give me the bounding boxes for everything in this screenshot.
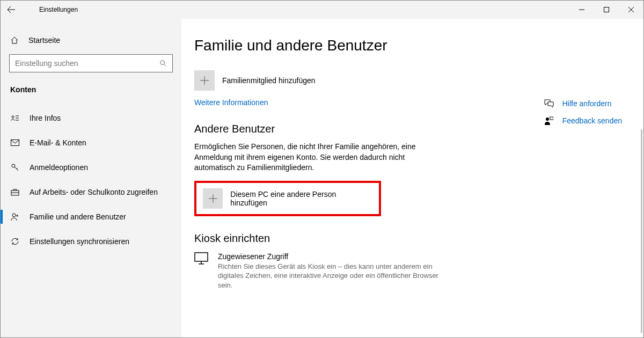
maximize-icon bbox=[604, 7, 609, 12]
sidebar: Startseite Konten Ihre Infos bbox=[1, 19, 181, 337]
close-button[interactable] bbox=[619, 1, 643, 19]
titlebar: Einstellungen bbox=[1, 1, 643, 19]
help-chat-icon bbox=[544, 99, 554, 108]
window-title: Einstellungen bbox=[39, 6, 78, 13]
svg-rect-0 bbox=[604, 8, 609, 12]
feedback-person-icon bbox=[544, 116, 554, 125]
back-button[interactable] bbox=[1, 1, 22, 19]
main-panel: Familie und andere Benutzer Familienmitg… bbox=[181, 19, 643, 337]
sidebar-item-work-school[interactable]: Auf Arbeits- oder Schulkonto zugreifen bbox=[1, 180, 181, 204]
home-icon bbox=[10, 36, 19, 45]
kiosk-heading: Kiosk einrichten bbox=[194, 232, 643, 245]
home-label: Startseite bbox=[28, 36, 60, 45]
briefcase-icon bbox=[10, 188, 20, 196]
minimize-button[interactable] bbox=[569, 1, 594, 19]
plus-icon bbox=[208, 194, 218, 203]
svg-point-8 bbox=[546, 117, 549, 121]
assigned-access-button[interactable]: Zugewiesener Zugriff Richten Sie dieses … bbox=[194, 252, 447, 290]
mail-icon bbox=[10, 139, 20, 146]
sidebar-item-label: Auf Arbeits- oder Schulkonto zugreifen bbox=[30, 188, 158, 196]
search-icon bbox=[159, 60, 167, 67]
plus-tile bbox=[194, 70, 215, 91]
add-family-label: Familienmitglied hinzufügen bbox=[222, 76, 316, 85]
plus-icon bbox=[200, 76, 209, 85]
add-family-member-button[interactable]: Familienmitglied hinzufügen bbox=[194, 70, 643, 91]
sidebar-item-your-info[interactable]: Ihre Infos bbox=[1, 106, 181, 130]
add-other-label: Diesem PC eine andere Person hinzufügen bbox=[230, 190, 372, 207]
kiosk-description: Richten Sie dieses Gerät als Kiosk ein –… bbox=[218, 262, 447, 290]
sidebar-item-label: Ihre Infos bbox=[30, 114, 61, 122]
help-link-label: Hilfe anfordern bbox=[562, 99, 612, 108]
svg-rect-9 bbox=[550, 117, 553, 120]
highlight-annotation: Diesem PC eine andere Person hinzufügen bbox=[194, 181, 381, 216]
svg-rect-7 bbox=[195, 253, 208, 261]
sidebar-item-label: Anmeldeoptionen bbox=[30, 163, 88, 172]
settings-window: Einstellungen Startseite bbox=[0, 0, 644, 338]
search-box[interactable] bbox=[9, 54, 173, 72]
feedback-link-label: Feedback senden bbox=[562, 116, 622, 125]
kiosk-title: Zugewiesener Zugriff bbox=[218, 252, 447, 261]
plus-tile bbox=[203, 188, 223, 209]
svg-point-1 bbox=[160, 61, 165, 65]
key-icon bbox=[10, 163, 20, 172]
sidebar-item-label: Einstellungen synchronisieren bbox=[30, 237, 129, 246]
sidebar-item-label: Familie und andere Benutzer bbox=[30, 212, 126, 221]
monitor-icon bbox=[194, 252, 208, 290]
right-links-panel: Hilfe anfordern Feedback senden bbox=[544, 99, 622, 125]
sidebar-section-label: Konten bbox=[1, 82, 181, 106]
svg-rect-3 bbox=[11, 140, 19, 146]
give-feedback-link[interactable]: Feedback senden bbox=[544, 116, 622, 125]
get-help-link[interactable]: Hilfe anfordern bbox=[544, 99, 622, 108]
person-card-icon bbox=[10, 114, 20, 122]
other-users-description: Ermöglichen Sie Personen, die nicht Ihre… bbox=[194, 142, 425, 173]
home-link[interactable]: Startseite bbox=[1, 31, 181, 50]
page-title: Familie und andere Benutzer bbox=[194, 37, 643, 54]
close-icon bbox=[628, 7, 634, 12]
more-info-link[interactable]: Weitere Informationen bbox=[194, 98, 268, 107]
search-input[interactable] bbox=[15, 59, 159, 68]
sidebar-item-label: E-Mail- & Konten bbox=[30, 138, 86, 147]
maximize-button[interactable] bbox=[594, 1, 619, 19]
sidebar-item-sync-settings[interactable]: Einstellungen synchronisieren bbox=[1, 229, 181, 254]
person-plus-icon bbox=[10, 212, 20, 221]
scrollbar[interactable] bbox=[641, 129, 642, 333]
add-other-person-button[interactable]: Diesem PC eine andere Person hinzufügen bbox=[203, 188, 372, 209]
sidebar-item-family-users[interactable]: Familie und andere Benutzer bbox=[1, 204, 181, 229]
svg-point-2 bbox=[12, 116, 14, 118]
sidebar-item-signin-options[interactable]: Anmeldeoptionen bbox=[1, 155, 181, 180]
content-area: Startseite Konten Ihre Infos bbox=[1, 19, 643, 337]
svg-point-6 bbox=[12, 214, 16, 217]
sidebar-item-email-accounts[interactable]: E-Mail- & Konten bbox=[1, 130, 181, 155]
arrow-left-icon bbox=[7, 5, 16, 14]
minimize-icon bbox=[579, 7, 584, 12]
sync-icon bbox=[10, 237, 20, 246]
